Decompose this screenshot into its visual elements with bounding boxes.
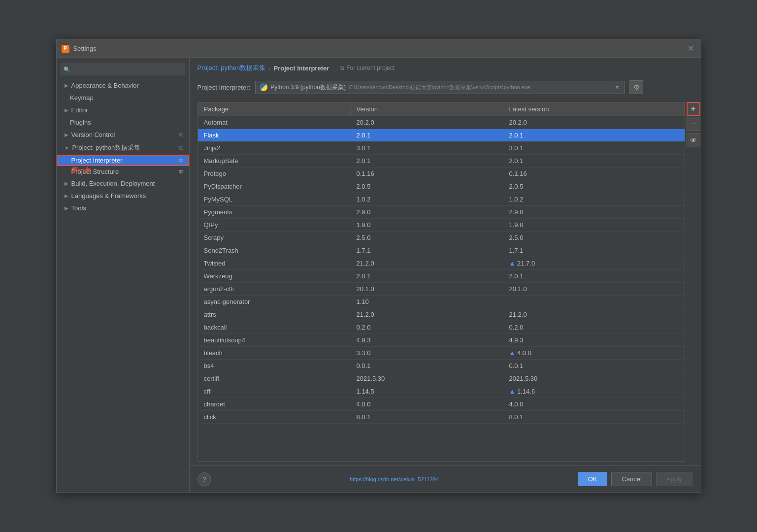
sidebar-item-editor[interactable]: ▶ Editor	[57, 104, 189, 116]
package-name-cell: PyMySQL	[198, 193, 351, 205]
package-name-cell: Send2Trash	[198, 244, 351, 257]
latest-version-cell: 2021.5.30	[503, 372, 685, 385]
search-icon: 🔍	[64, 66, 70, 73]
table-row[interactable]: Send2Trash1.7.11.7.1	[198, 244, 685, 257]
latest-version-cell: 8.0.1	[503, 411, 685, 423]
sidebar-item-keymap[interactable]: Keymap	[57, 92, 189, 104]
table-row[interactable]: PyDispatcher2.0.52.0.5	[198, 180, 685, 193]
app-icon: P	[62, 45, 69, 53]
close-button[interactable]: ✕	[686, 44, 696, 53]
version-cell: 20.2.0	[351, 116, 503, 129]
latest-version-cell: 20.1.0	[503, 283, 685, 295]
table-row[interactable]: QtPy1.9.01.9.0	[198, 219, 685, 232]
package-name-cell: backcall	[198, 321, 351, 333]
table-row[interactable]: PyMySQL1.0.21.0.2	[198, 193, 685, 206]
version-cell: 0.0.1	[351, 360, 503, 372]
table-row[interactable]: Scrapy2.5.02.5.0	[198, 232, 685, 244]
package-name-cell: attrs	[198, 308, 351, 321]
python-version: Python 3.9 (python数据采集)	[270, 83, 346, 92]
version-cell: 4.9.3	[351, 334, 503, 346]
table-row[interactable]: certifi2021.5.302021.5.30	[198, 372, 685, 385]
package-name-cell: bleach	[198, 347, 351, 359]
sidebar-item-label: Project Interpreter	[71, 157, 123, 164]
add-package-button[interactable]: + 第二步	[687, 102, 700, 116]
interpreter-dropdown[interactable]: Python 3.9 (python数据采集) C:\Users\lenovo\…	[255, 81, 625, 94]
packages-table: Package Version Latest version Automat20…	[197, 102, 685, 462]
table-row[interactable]: Protego0.1.160.1.16	[198, 167, 685, 180]
package-name-cell: Twisted	[198, 257, 351, 269]
sidebar-item-label: Tools	[71, 204, 86, 212]
table-row[interactable]: Jinja23.0.13.0.1	[198, 142, 685, 155]
sidebar-item-label: Keymap	[70, 94, 94, 101]
table-row[interactable]: click8.0.18.0.1	[198, 411, 685, 424]
table-row[interactable]: chardet4.0.04.0.0	[198, 398, 685, 411]
sidebar-item-project-interpreter[interactable]: Project Interpreter ⧉ 第一步	[57, 155, 189, 166]
table-row[interactable]: beautifulsoup44.9.34.9.3	[198, 334, 685, 347]
table-row[interactable]: Twisted21.2.0▲ 21.7.0	[198, 257, 685, 270]
add-icon: +	[691, 104, 695, 113]
footer-url[interactable]: https://blog.csdn.net/weixin_5211294	[350, 476, 439, 482]
sidebar-item-build[interactable]: ▶ Build, Execution, Deployment	[57, 177, 189, 190]
latest-version-cell: ▲ 21.7.0	[503, 257, 685, 269]
cancel-button[interactable]: Cancel	[611, 472, 652, 486]
latest-version-cell: 0.0.1	[503, 360, 685, 372]
table-row[interactable]: bs40.0.10.0.1	[198, 360, 685, 372]
latest-version-cell: 2.0.1	[503, 270, 685, 282]
settings-window: P Settings ✕ 🔍 ▶ Appearance & Behavior K…	[56, 39, 701, 493]
table-row[interactable]: Pygments2.9.02.9.0	[198, 206, 685, 219]
latest-version-cell: 21.2.0	[503, 308, 685, 321]
version-cell: 2021.5.30	[351, 372, 503, 385]
version-cell: 2.0.5	[351, 180, 503, 193]
for-current-project: ⧉ For current project	[340, 65, 395, 71]
table-row[interactable]: Automat20.2.020.2.0	[198, 116, 685, 129]
gear-icon: ⚙	[633, 83, 640, 91]
sidebar-item-version-control[interactable]: ▶ Version Control ⧉	[57, 129, 189, 141]
sidebar-item-languages[interactable]: ▶ Languages & Frameworks	[57, 190, 189, 202]
table-row[interactable]: Flask2.0.12.0.1	[198, 129, 685, 142]
table-row[interactable]: MarkupSafe2.0.12.0.1	[198, 155, 685, 167]
interpreter-label: Project Interpreter:	[197, 84, 251, 91]
ok-button[interactable]: OK	[578, 472, 608, 486]
expand-arrow: ▶	[65, 83, 68, 88]
latest-version-cell: 0.2.0	[503, 321, 685, 333]
table-row[interactable]: cffi1.14.5▲ 1.14.6	[198, 385, 685, 398]
sidebar-item-label: Editor	[71, 106, 88, 114]
expand-arrow: ▶	[65, 193, 68, 199]
remove-package-button[interactable]: −	[687, 117, 700, 131]
packages-area: Package Version Latest version Automat20…	[197, 102, 701, 462]
package-name-cell: MarkupSafe	[198, 155, 351, 167]
table-row[interactable]: attrs21.2.021.2.0	[198, 308, 685, 321]
sidebar-item-plugins[interactable]: Plugins	[57, 116, 189, 129]
table-row[interactable]: async-generator1.10	[198, 296, 685, 308]
sidebar-item-label: Languages & Frameworks	[71, 192, 146, 200]
sidebar-item-label: Build, Execution, Deployment	[71, 180, 155, 187]
main-content: Project: python数据采集 › Project Interprete…	[190, 58, 701, 492]
version-cell: 0.1.16	[351, 167, 503, 180]
table-row[interactable]: argon2-cffi20.1.020.1.0	[198, 283, 685, 296]
package-name-cell: chardet	[198, 398, 351, 410]
table-row[interactable]: Werkzeug2.0.12.0.1	[198, 270, 685, 283]
copy-icon: ⧉	[179, 157, 183, 164]
search-input[interactable]	[61, 64, 185, 75]
table-row[interactable]: backcall0.2.00.2.0	[198, 321, 685, 334]
sidebar-item-tools[interactable]: ▶ Tools	[57, 202, 189, 214]
latest-version-cell: 2.0.1	[503, 129, 685, 141]
version-cell: 3.3.0	[351, 347, 503, 359]
version-cell: 20.1.0	[351, 283, 503, 295]
settings-gear-button[interactable]: ⚙	[629, 80, 643, 94]
package-name-cell: Pygments	[198, 206, 351, 218]
breadcrumb-project[interactable]: Project: python数据采集	[197, 64, 266, 72]
package-name-cell: Werkzeug	[198, 270, 351, 282]
minus-icon: −	[691, 120, 695, 128]
breadcrumb-separator: ›	[268, 65, 270, 72]
package-name-cell: QtPy	[198, 219, 351, 231]
sidebar-item-appearance[interactable]: ▶ Appearance & Behavior	[57, 79, 189, 92]
table-row[interactable]: bleach3.3.0▲ 4.0.0	[198, 347, 685, 360]
help-button[interactable]: ?	[197, 472, 211, 486]
eye-button[interactable]: 👁	[687, 133, 700, 147]
latest-version-cell: 2.9.0	[503, 206, 685, 218]
expand-arrow: ▶	[65, 132, 68, 137]
breadcrumb: Project: python数据采集 › Project Interprete…	[190, 58, 701, 76]
sidebar-item-project[interactable]: ▼ Project: python数据采集 ⧉	[57, 141, 189, 155]
apply-button[interactable]: Apply	[656, 472, 693, 486]
